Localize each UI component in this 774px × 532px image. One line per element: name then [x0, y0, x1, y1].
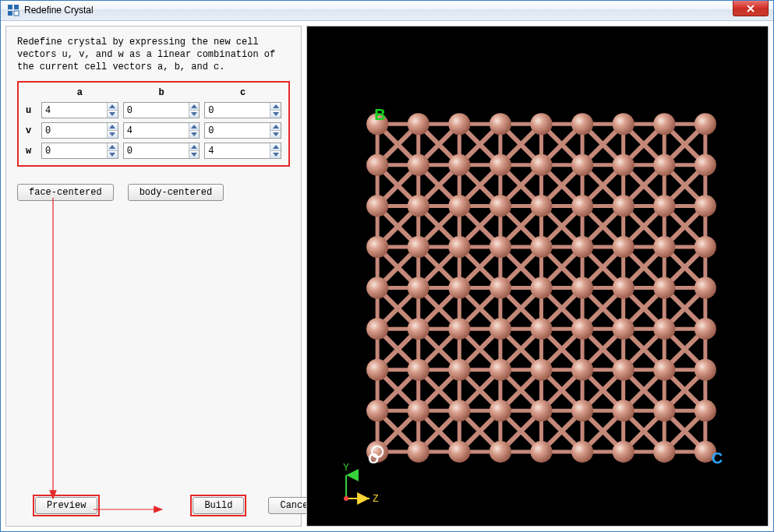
svg-point-342: [653, 236, 675, 258]
input-v-a[interactable]: [42, 123, 107, 138]
preset-buttons-row: face-centered body-centered: [17, 184, 290, 201]
svg-point-328: [571, 400, 593, 421]
svg-point-314: [530, 195, 552, 217]
input-w-a[interactable]: [42, 143, 107, 158]
svg-point-340: [653, 154, 675, 176]
svg-point-311: [489, 441, 511, 463]
svg-point-297: [448, 236, 470, 258]
svg-point-282: [366, 359, 388, 381]
svg-point-336: [613, 359, 634, 381]
spinner-u-c[interactable]: [204, 102, 281, 118]
input-u-c[interactable]: [205, 103, 270, 118]
svg-point-339: [653, 113, 675, 135]
svg-point-281: [366, 318, 388, 340]
step-up-icon[interactable]: [108, 123, 118, 130]
step-down-icon[interactable]: [189, 110, 200, 118]
svg-point-322: [571, 154, 593, 176]
svg-point-278: [366, 195, 388, 217]
input-w-c[interactable]: [205, 143, 270, 158]
svg-point-354: [694, 359, 716, 381]
svg-point-288: [408, 236, 429, 258]
svg-point-293: [408, 441, 429, 463]
preview-button[interactable]: Preview: [35, 497, 97, 514]
step-up-icon[interactable]: [189, 103, 200, 110]
svg-point-333: [613, 236, 634, 258]
build-button[interactable]: Build: [193, 497, 244, 514]
svg-point-329: [571, 441, 593, 463]
svg-point-280: [366, 277, 388, 298]
matrix-table: a b c u v: [22, 84, 285, 162]
svg-point-315: [530, 236, 552, 258]
window-controls: [733, 1, 773, 16]
svg-point-355: [694, 400, 716, 421]
row-header-v: v: [25, 122, 37, 139]
step-up-icon[interactable]: [270, 143, 281, 150]
step-down-icon[interactable]: [108, 150, 118, 158]
svg-point-343: [653, 277, 675, 298]
svg-point-299: [448, 318, 470, 340]
input-u-a[interactable]: [42, 103, 107, 118]
step-up-icon[interactable]: [108, 143, 118, 150]
svg-point-286: [408, 154, 429, 176]
spinner-w-a[interactable]: [41, 143, 118, 159]
description-text: Redefine crystal by expressing the new c…: [17, 36, 290, 74]
svg-point-338: [613, 441, 634, 463]
body-centered-button[interactable]: body-centered: [128, 184, 224, 201]
step-up-icon[interactable]: [189, 123, 200, 130]
input-w-b[interactable]: [124, 143, 189, 158]
input-v-b[interactable]: [124, 123, 189, 138]
spinner-w-b[interactable]: [123, 143, 200, 159]
svg-point-285: [408, 113, 429, 135]
svg-point-309: [489, 359, 511, 381]
svg-point-335: [613, 318, 634, 340]
svg-rect-2: [8, 11, 12, 16]
triad-label-y: Y: [343, 462, 349, 473]
svg-point-347: [653, 441, 675, 463]
spinner-v-b[interactable]: [123, 122, 200, 139]
input-u-b[interactable]: [124, 103, 189, 118]
step-down-icon[interactable]: [108, 110, 118, 118]
svg-point-296: [448, 195, 470, 217]
crystal-viewport[interactable]: B C O Y Z: [307, 26, 768, 526]
svg-point-306: [489, 236, 511, 258]
step-up-icon[interactable]: [189, 143, 200, 150]
svg-point-310: [489, 400, 511, 421]
svg-point-292: [408, 400, 429, 421]
svg-point-321: [571, 113, 593, 135]
svg-point-305: [489, 195, 511, 217]
step-down-icon[interactable]: [270, 150, 281, 158]
svg-point-351: [694, 236, 716, 258]
svg-point-294: [448, 113, 470, 135]
spinner-v-c[interactable]: [204, 122, 281, 139]
step-up-icon[interactable]: [108, 103, 118, 110]
axis-label-o: O: [368, 451, 379, 467]
svg-point-307: [489, 277, 511, 298]
close-button[interactable]: [733, 1, 769, 16]
svg-point-300: [448, 359, 470, 381]
step-down-icon[interactable]: [189, 150, 200, 158]
step-down-icon[interactable]: [270, 130, 281, 138]
spinner-v-a[interactable]: [41, 122, 118, 139]
spinner-u-b[interactable]: [123, 102, 200, 118]
step-down-icon[interactable]: [108, 130, 118, 138]
svg-point-283: [366, 400, 388, 421]
face-centered-button[interactable]: face-centered: [17, 184, 114, 201]
step-down-icon[interactable]: [270, 110, 281, 118]
bottom-buttons-row: Preview Build Cancel: [33, 495, 326, 516]
svg-point-312: [530, 113, 552, 135]
svg-rect-1: [14, 5, 19, 9]
svg-point-359: [344, 496, 348, 501]
viewport-panel[interactable]: B C O Y Z: [306, 26, 769, 527]
spinner-w-c[interactable]: [204, 143, 281, 159]
step-down-icon[interactable]: [189, 130, 200, 138]
svg-point-317: [530, 318, 552, 340]
input-v-c[interactable]: [205, 123, 270, 138]
svg-point-289: [408, 277, 429, 298]
step-up-icon[interactable]: [270, 123, 281, 130]
svg-point-308: [489, 318, 511, 340]
preview-highlight-box: Preview: [33, 495, 100, 516]
spinner-u-a[interactable]: [41, 102, 118, 118]
step-up-icon[interactable]: [270, 103, 281, 110]
svg-point-353: [694, 318, 716, 340]
left-panel: Redefine crystal by expressing the new c…: [5, 26, 302, 527]
